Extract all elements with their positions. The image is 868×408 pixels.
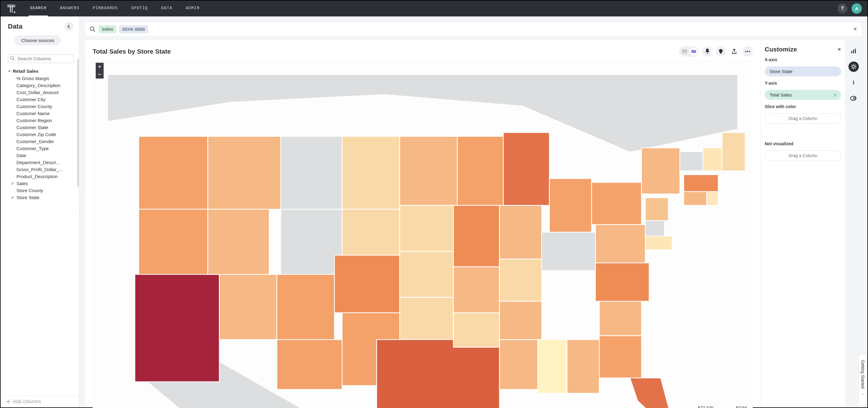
svg-rect-66 — [645, 221, 664, 236]
column-item[interactable]: Customer_Type — [8, 145, 77, 152]
nav-items: SEARCH ANSWERS PINBOARDS SPOTIQ DATA ADM… — [29, 1, 201, 16]
check-icon: ✓ — [11, 195, 14, 200]
rail-settings-button[interactable] — [848, 62, 859, 72]
data-sidebar: Data Choose sources Retail Sales % — [1, 16, 79, 407]
nav-search[interactable]: SEARCH — [29, 1, 48, 16]
insights-button[interactable] — [716, 46, 726, 57]
zoom-in-button[interactable]: + — [96, 63, 104, 71]
column-item[interactable]: Product_Description — [8, 173, 77, 180]
column-item[interactable]: Customer State — [8, 124, 77, 131]
nav-answers[interactable]: ANSWERS — [59, 1, 81, 16]
sidebar-resize-handle[interactable]: ⋮⋮ — [75, 212, 82, 215]
check-icon: ✓ — [11, 181, 14, 186]
column-label: Date — [17, 153, 26, 158]
choose-sources-button[interactable]: Choose sources — [14, 35, 61, 45]
svg-rect-36 — [400, 206, 453, 251]
column-item[interactable]: Customer County — [8, 103, 77, 110]
rail-r-button[interactable]: R — [848, 93, 859, 104]
search-columns-input[interactable] — [8, 54, 73, 63]
map-icon — [691, 49, 697, 54]
map-legend: $77.07K $21M — [698, 406, 747, 408]
column-item[interactable]: Store County — [8, 187, 77, 194]
share-button[interactable] — [729, 46, 739, 57]
clear-search-button[interactable]: ✕ — [853, 26, 857, 32]
add-columns-button[interactable]: Add columns — [1, 396, 79, 407]
column-label: Customer Region — [17, 118, 52, 123]
search-icon — [90, 26, 96, 32]
zoom-out-button[interactable]: − — [96, 71, 104, 78]
slice-color-dropzone[interactable]: Drag a Column — [765, 113, 841, 124]
column-item[interactable]: Customer Zip Code — [8, 131, 77, 138]
chevron-left-icon — [67, 25, 70, 28]
search-bar[interactable]: sales store state ✕ — [85, 23, 861, 36]
table-icon — [682, 49, 687, 54]
user-avatar[interactable]: A — [851, 3, 862, 14]
column-item[interactable]: ✓Sales — [8, 180, 77, 187]
sidebar-collapse-button[interactable] — [64, 22, 73, 31]
column-item[interactable]: Customer City — [8, 96, 77, 103]
svg-rect-52 — [541, 232, 595, 271]
nav-data[interactable]: DATA — [160, 1, 174, 16]
column-label: Customer County — [17, 104, 52, 109]
column-item[interactable]: Customer_Gender — [8, 138, 77, 145]
chevron-left-icon: ‹ — [862, 392, 864, 397]
column-item[interactable]: ✓Store State — [8, 194, 77, 201]
svg-rect-54 — [595, 225, 646, 263]
chart-view-button[interactable] — [689, 47, 698, 56]
column-item[interactable]: Category_Description — [8, 82, 77, 89]
svg-rect-49 — [538, 339, 567, 393]
column-label: Store State — [17, 195, 39, 200]
svg-rect-70 — [855, 49, 856, 53]
column-item[interactable]: Customer Region — [8, 117, 77, 124]
y-axis-field[interactable]: Total Sales — [765, 90, 841, 100]
getting-started-tab[interactable]: Getting Started ‹ — [858, 354, 867, 405]
view-mode-toggle[interactable] — [679, 46, 699, 57]
legend-max: $21M — [736, 406, 747, 408]
x-axis-field[interactable]: Store State — [765, 66, 841, 76]
caret-down-icon — [8, 70, 11, 73]
map-visualization[interactable]: + − — [93, 60, 753, 408]
data-source[interactable]: Retail Sales — [8, 67, 77, 75]
column-label: Customer City — [17, 97, 45, 102]
pin-button[interactable] — [702, 46, 713, 57]
nav-pinboards[interactable]: PINBOARDS — [91, 1, 119, 16]
svg-rect-21 — [139, 136, 208, 209]
sidebar-title: Data — [8, 23, 23, 30]
gear-icon — [850, 64, 857, 70]
table-view-button[interactable] — [680, 47, 689, 56]
x-axis-label: X-axis — [765, 57, 841, 62]
column-item[interactable]: Department_Descri… — [8, 159, 77, 166]
column-item[interactable]: Customer Name — [8, 110, 77, 117]
svg-line-78 — [851, 68, 852, 69]
app-logo[interactable] — [6, 3, 17, 14]
svg-line-6 — [13, 59, 15, 61]
search-pill-sales[interactable]: sales — [99, 25, 116, 33]
column-item[interactable]: Cost_Dollar_Amount — [8, 89, 77, 96]
nav-spotiq[interactable]: SPOTIQ — [130, 1, 149, 16]
svg-rect-50 — [567, 339, 599, 393]
columns-tree[interactable]: Retail Sales % Gross MarginCategory_Desc… — [1, 66, 79, 396]
more-actions-button[interactable] — [742, 46, 753, 57]
lightbulb-icon — [718, 49, 723, 54]
svg-rect-62 — [684, 175, 718, 192]
pin-icon — [705, 49, 710, 54]
svg-rect-28 — [281, 209, 342, 274]
svg-rect-23 — [135, 274, 219, 382]
svg-rect-65 — [645, 198, 669, 221]
column-item[interactable]: % Gross Margin — [8, 75, 77, 82]
rail-info-button[interactable]: i — [848, 77, 859, 88]
search-pill-store-state[interactable]: store state — [119, 25, 148, 33]
column-label: Category_Description — [17, 83, 60, 88]
help-button[interactable]: ? — [838, 4, 847, 13]
sidebar-scrollbar[interactable] — [77, 59, 79, 187]
share-icon — [732, 49, 737, 54]
close-customize-button[interactable]: ✕ — [837, 46, 841, 53]
svg-point-19 — [747, 51, 748, 52]
not-visualized-dropzone[interactable]: Drag a Column — [765, 150, 841, 161]
column-item[interactable]: Date — [8, 152, 77, 159]
svg-rect-68 — [851, 51, 852, 53]
rail-chart-type-button[interactable] — [848, 46, 859, 56]
nav-admin[interactable]: ADMIN — [184, 1, 201, 16]
column-item[interactable]: Gross_Profit_Dollar_… — [8, 166, 77, 173]
r-lang-icon: R — [850, 96, 857, 101]
